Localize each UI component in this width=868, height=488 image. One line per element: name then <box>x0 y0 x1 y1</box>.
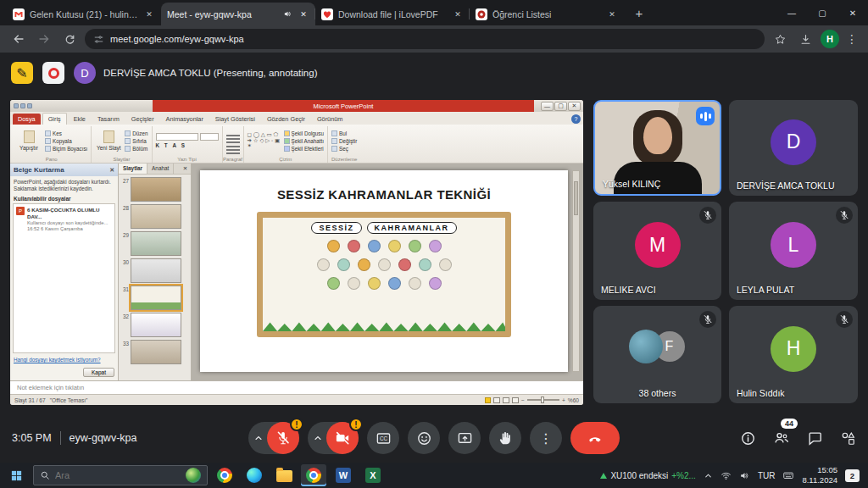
window-close-button[interactable]: ✕ <box>837 0 868 25</box>
find-button[interactable]: Bul <box>331 130 357 136</box>
mic-muted-button[interactable]: ! <box>267 422 299 454</box>
slide-thumbnail[interactable]: 32 <box>120 313 189 337</box>
chat-panel-button[interactable] <box>807 430 823 446</box>
camera-options-chevron-icon[interactable] <box>309 422 326 454</box>
font-size-dropdown[interactable] <box>200 133 219 141</box>
slide-thumbnail[interactable]: 27 <box>120 177 189 202</box>
shape-fill-button[interactable]: Şekil Dolgusu <box>284 130 325 136</box>
editor-scrollbar[interactable] <box>572 170 580 372</box>
tab-close-icon[interactable]: ✕ <box>143 8 155 20</box>
zoom-in-icon[interactable]: + <box>562 397 565 403</box>
raise-hand-button[interactable] <box>489 422 521 454</box>
taskbar-word-icon[interactable]: W <box>331 464 356 486</box>
language-indicator[interactable]: TUR <box>758 471 776 480</box>
ribbon-tab-giris[interactable]: Giriş <box>42 113 67 125</box>
taskbar-clock[interactable]: 15:05 8.11.2024 <box>802 465 837 485</box>
pane-tab-slides[interactable]: Slaytlar <box>119 164 147 174</box>
tab-gmail[interactable]: Gelen Kutusu (21) - hulin.siddi ✕ <box>7 3 161 25</box>
more-options-button[interactable]: ⋮ <box>530 422 562 454</box>
format-painter-button[interactable]: Biçim Boyacısı <box>45 146 87 152</box>
bullets-button[interactable] <box>226 135 240 136</box>
shapes-gallery[interactable]: ◻ ◯ △ ▭ ⬠ ➔ ☆ ◇ ▷ ◦ ▣ ✶ <box>248 132 281 149</box>
font-name-dropdown[interactable] <box>156 133 198 141</box>
tab-ilovepdf[interactable]: Download file | iLovePDF ✕ <box>315 3 470 25</box>
taskbar-excel-icon[interactable]: X <box>360 464 386 486</box>
pane-close-icon[interactable]: ✕ <box>180 164 191 174</box>
forward-button-icon[interactable] <box>34 29 54 49</box>
browser-menu-icon[interactable]: ⋮ <box>844 32 860 46</box>
notification-count-badge[interactable]: 2 <box>845 469 860 482</box>
copy-button[interactable]: Kopyala <box>45 138 87 144</box>
participant-tile-melike[interactable]: M MELIKE AVCI <box>593 202 721 300</box>
hidden-icons-chevron-icon[interactable] <box>704 471 713 480</box>
participant-tile-others[interactable]: F 38 others <box>593 306 721 403</box>
record-indicator-icon[interactable] <box>42 62 64 84</box>
participant-tile-leyla[interactable]: L LEYLA PULAT <box>729 202 858 300</box>
reactions-button[interactable] <box>408 422 440 454</box>
mic-options-chevron-icon[interactable] <box>250 422 267 454</box>
tab-meet[interactable]: Meet - eyw-gqwv-kpa ✕ <box>161 3 315 25</box>
recovery-help-link[interactable]: Hangi dosyayı kaydetmek istiyorum? <box>10 353 118 366</box>
window-minimize-button[interactable]: — <box>776 0 807 25</box>
recovery-close-icon[interactable]: ✕ <box>109 167 114 174</box>
taskbar-search[interactable] <box>33 465 208 485</box>
weather-widget-icon[interactable] <box>186 468 201 483</box>
participant-tile-hulin[interactable]: H Hulin Sıddık <box>729 306 858 403</box>
align-buttons[interactable] <box>226 146 240 147</box>
taskbar-explorer-icon[interactable] <box>271 464 297 486</box>
present-button[interactable] <box>448 422 481 454</box>
ribbon-tab-gorunum[interactable]: Görünüm <box>312 114 348 125</box>
view-slideshow-icon[interactable] <box>512 397 519 403</box>
zoom-slider[interactable] <box>527 399 559 401</box>
ribbon-tab-ekle[interactable]: Ekle <box>69 114 91 125</box>
tab-close-icon[interactable]: ✕ <box>298 8 309 20</box>
ppt-close-button[interactable]: ✕ <box>568 102 581 111</box>
taskbar-chrome-icon[interactable] <box>212 464 237 486</box>
slide-thumbnail[interactable]: 29 <box>120 231 189 256</box>
participant-tile-yuksel[interactable]: Yüksel KILINÇ <box>593 100 721 196</box>
new-slide-button[interactable]: Yeni Slayt <box>95 130 122 151</box>
ribbon-tab-animasyonlar[interactable]: Animasyonlar <box>161 114 209 125</box>
camera-off-button[interactable]: ! <box>326 422 359 454</box>
notes-area[interactable]: Not eklemek için tıklatın <box>10 380 583 394</box>
replace-button[interactable]: Değiştir <box>331 138 357 144</box>
view-sorter-icon[interactable] <box>503 397 509 403</box>
leave-call-button[interactable] <box>570 422 620 454</box>
tab-close-icon[interactable]: ✕ <box>452 8 464 20</box>
cut-button[interactable]: Kes <box>45 130 87 136</box>
profile-avatar[interactable]: H <box>821 30 839 48</box>
meeting-details-icon[interactable] <box>740 430 756 446</box>
current-slide[interactable]: SESSİZ KAHRAMANLAR TEKNİĞİ SESSİZ KAHRAM… <box>200 170 568 372</box>
ribbon-tab-gecisler[interactable]: Geçişler <box>126 114 159 125</box>
new-tab-button[interactable]: + <box>629 3 649 23</box>
slide-thumbnail-selected[interactable]: 31 <box>120 286 189 310</box>
shape-effects-button[interactable]: Şekil Efektleri <box>284 146 325 152</box>
address-bar[interactable]: meet.google.com/eyw-gqwv-kpa <box>85 29 765 49</box>
touch-keyboard-icon[interactable] <box>782 469 794 481</box>
reload-button-icon[interactable] <box>59 29 80 49</box>
slide-thumbnail[interactable]: 28 <box>120 204 189 229</box>
ppt-help-icon[interactable]: ? <box>571 114 581 124</box>
view-normal-icon[interactable] <box>493 397 500 403</box>
quick-access-toolbar[interactable] <box>14 103 32 108</box>
bookmark-star-icon[interactable] <box>770 29 790 49</box>
select-button[interactable]: Seç <box>331 146 357 152</box>
ribbon-tab-gozden-gecir[interactable]: Gözden Geçir <box>262 114 310 125</box>
zoom-out-icon[interactable]: − <box>521 397 525 403</box>
stock-ticker[interactable]: XU100 endeksi +%2... <box>600 471 695 480</box>
volume-icon[interactable] <box>739 470 750 481</box>
captions-button[interactable] <box>367 422 399 454</box>
ribbon-tab-tasarim[interactable]: Tasarım <box>92 114 125 125</box>
tab-close-icon[interactable]: ✕ <box>606 8 618 20</box>
slide-thumbnail[interactable]: 30 <box>120 258 189 283</box>
activities-button[interactable] <box>840 430 856 446</box>
section-button[interactable]: Bölüm <box>125 146 147 152</box>
ppt-minimize-button[interactable]: — <box>541 102 554 111</box>
annotation-tool-icon[interactable]: ✎ <box>11 62 33 84</box>
network-icon[interactable] <box>721 470 732 481</box>
shape-outline-button[interactable]: Şekil Anahattı <box>284 138 325 144</box>
back-button-icon[interactable] <box>8 29 29 49</box>
reset-button[interactable]: Sıfırla <box>125 138 147 144</box>
taskbar-edge-icon[interactable] <box>242 464 267 486</box>
start-button[interactable] <box>3 464 29 486</box>
